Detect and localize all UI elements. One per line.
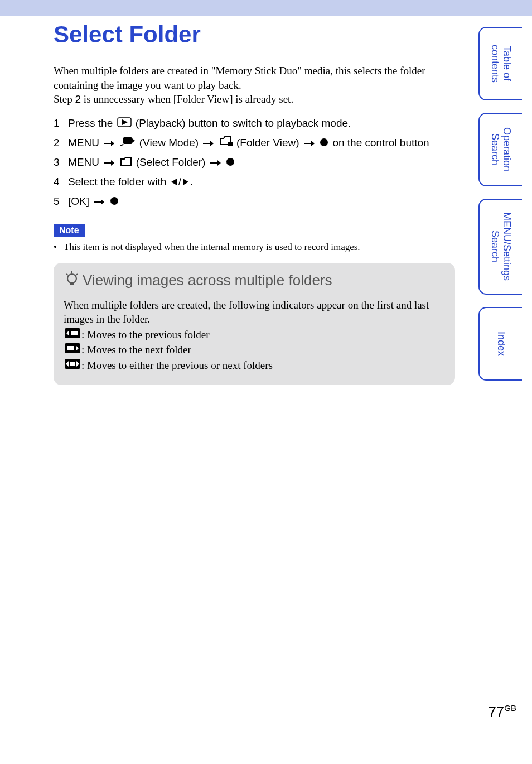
svg-marker-20 (101, 199, 104, 205)
svg-marker-10 (311, 141, 315, 146)
tip-line-text: : Moves to either the previous or next f… (81, 358, 273, 373)
step-text: [OK] (68, 193, 455, 211)
arrow-right-icon (303, 134, 315, 152)
center-button-icon (110, 193, 119, 211)
tip-line-both: : Moves to either the previous or next f… (64, 358, 445, 373)
step-5: 5 [OK] (54, 193, 455, 211)
step-2: 2 MENU (View Mode) (Folder View) on the … (54, 134, 455, 152)
tip-lightbulb-icon (65, 271, 79, 290)
svg-marker-3 (111, 141, 114, 146)
both-folder-indicator-icon (65, 358, 80, 373)
tip-box: Viewing images across multiple folders W… (54, 263, 455, 385)
folder-view-icon (219, 134, 233, 152)
svg-marker-18 (183, 179, 188, 185)
view-mode-icon (120, 134, 136, 152)
folder-icon (120, 154, 132, 172)
center-button-icon (320, 134, 328, 152)
step-2-d: on the control button (332, 137, 429, 148)
next-folder-indicator-icon (65, 343, 80, 357)
arrow-right-icon (202, 134, 214, 152)
intro-line2b: is unnecessary when [Folder View] is alr… (81, 93, 293, 105)
tip-line-next: : Moves to the next folder (64, 343, 445, 357)
svg-line-25 (76, 274, 78, 275)
step-number: 4 (54, 173, 68, 191)
step-3-a: MENU (68, 156, 102, 168)
step-number: 1 (54, 114, 68, 132)
step-5-a: [OK] (68, 195, 92, 207)
step-3: 3 MENU (Select Folder) (54, 153, 455, 172)
step-text: Select the folder with /. (68, 173, 455, 191)
svg-point-21 (110, 197, 118, 205)
intro-line2a: Step (54, 93, 75, 105)
tab-menu-settings-search[interactable]: MENU/Settings Search (478, 199, 522, 295)
svg-marker-7 (210, 141, 214, 146)
note-item: • This item is not displayed when the in… (54, 242, 455, 253)
tip-title-text: Viewing images across multiple folders (83, 272, 332, 289)
prev-folder-indicator-icon (65, 328, 80, 342)
step-2-b: (View Mode) (139, 137, 202, 148)
tip-line-text: : Moves to the next folder (81, 343, 191, 357)
intro-line2-num: 2 (75, 93, 81, 105)
step-4: 4 Select the folder with /. (54, 173, 455, 191)
step-text: MENU (View Mode) (Folder View) on the co… (68, 134, 455, 152)
step-2-a: MENU (68, 137, 102, 148)
svg-point-22 (67, 274, 76, 283)
arrow-right-icon (93, 193, 104, 211)
svg-point-16 (226, 158, 234, 166)
svg-marker-17 (171, 179, 177, 185)
tip-line-prev: : Moves to the previous folder (64, 328, 445, 342)
tip-body: When multiple folders are created, the f… (64, 298, 445, 373)
step-number: 3 (54, 153, 68, 171)
center-button-icon (226, 154, 235, 172)
step-list: 1 Press the (Playback) button to switch … (54, 114, 455, 212)
svg-rect-29 (71, 331, 78, 335)
svg-point-11 (320, 138, 328, 146)
tip-intro: When multiple folders are created, the f… (64, 298, 445, 326)
step-4-a: Select the folder with (68, 176, 170, 188)
tab-index[interactable]: Index (478, 307, 522, 381)
bullet-icon: • (54, 242, 64, 253)
note-label: Note (54, 224, 85, 237)
tab-label: MENU/Settings Search (489, 204, 512, 289)
svg-rect-26 (70, 283, 74, 285)
tab-label: Operation Search (489, 119, 512, 179)
step-text: MENU (Select Folder) (68, 153, 455, 172)
left-arrow-icon (171, 174, 177, 191)
svg-rect-4 (123, 137, 132, 144)
step-1: 1 Press the (Playback) button to switch … (54, 114, 455, 133)
header-band (0, 0, 532, 16)
svg-marker-5 (132, 138, 135, 143)
step-1-b: (Playback) button to switch to playback … (136, 117, 351, 129)
tab-operation-search[interactable]: Operation Search (478, 113, 522, 186)
right-arrow-icon (182, 174, 189, 191)
svg-marker-1 (122, 119, 128, 125)
step-1-a: Press the (68, 117, 116, 129)
svg-rect-31 (67, 346, 74, 350)
step-number: 2 (54, 134, 68, 152)
tab-label: Table of contents (489, 37, 512, 90)
page-number-suffix: GB (504, 703, 516, 713)
step-text: Press the (Playback) button to switch to… (68, 114, 455, 133)
arrow-right-icon (210, 154, 221, 172)
svg-marker-15 (217, 160, 221, 166)
tip-line-text: : Moves to the previous folder (81, 328, 210, 342)
intro-line1: When multiple folders are created in "Me… (54, 65, 425, 91)
step-3-b: (Select Folder) (136, 156, 209, 168)
tab-table-of-contents[interactable]: Table of contents (478, 27, 522, 100)
tab-label: Index (495, 324, 507, 364)
side-tabs: Table of contents Operation Search MENU/… (478, 27, 522, 393)
note-text: This item is not displayed when the inte… (64, 242, 360, 253)
svg-rect-35 (70, 362, 75, 366)
page-number: 77GB (488, 703, 516, 720)
svg-line-24 (66, 274, 68, 275)
page-number-value: 77 (488, 703, 504, 720)
note-block: Note • This item is not displayed when t… (54, 224, 455, 253)
arrow-right-icon (103, 154, 114, 172)
svg-marker-13 (111, 160, 114, 166)
step-number: 5 (54, 193, 68, 210)
playback-icon (117, 115, 132, 133)
step-4-b: . (190, 176, 193, 188)
main-content: Select Folder When multiple folders are … (54, 21, 455, 385)
tip-title-row: Viewing images across multiple folders (64, 271, 445, 290)
arrow-right-icon (103, 134, 114, 152)
